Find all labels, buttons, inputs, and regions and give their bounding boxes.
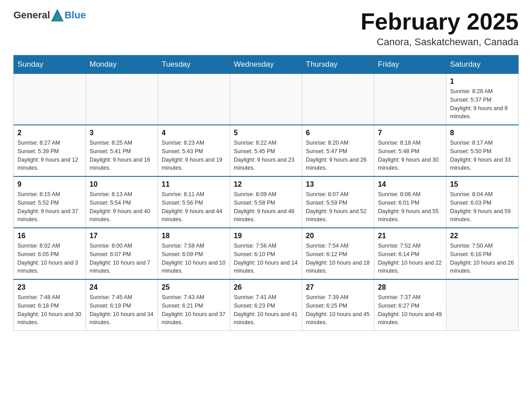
calendar-cell: 18Sunrise: 7:58 AM Sunset: 6:09 PM Dayli… [158,228,230,279]
day-number: 27 [306,283,370,291]
calendar-cell: 22Sunrise: 7:50 AM Sunset: 6:16 PM Dayli… [446,228,519,279]
day-info: Sunrise: 8:18 AM Sunset: 5:48 PM Dayligh… [378,139,442,172]
day-number: 21 [378,232,442,240]
month-title: February 2025 [360,9,519,34]
day-of-week-header: Monday [86,56,158,74]
day-number: 8 [450,129,515,137]
day-info: Sunrise: 8:07 AM Sunset: 5:59 PM Dayligh… [306,190,370,224]
calendar-header-row: SundayMondayTuesdayWednesdayThursdayFrid… [14,56,519,74]
day-info: Sunrise: 7:39 AM Sunset: 6:25 PM Dayligh… [306,293,370,327]
day-number: 28 [378,283,442,291]
day-number: 25 [162,283,226,291]
calendar-cell [230,74,302,125]
day-number: 15 [450,180,515,188]
calendar-cell: 26Sunrise: 7:41 AM Sunset: 6:23 PM Dayli… [230,279,302,331]
calendar-week-row: 9Sunrise: 8:15 AM Sunset: 5:52 PM Daylig… [14,176,519,228]
day-info: Sunrise: 8:20 AM Sunset: 5:47 PM Dayligh… [306,139,370,172]
day-number: 1 [450,77,515,86]
calendar-cell [374,74,446,125]
day-number: 6 [306,129,370,137]
calendar-cell: 17Sunrise: 8:00 AM Sunset: 6:07 PM Dayli… [86,228,158,279]
calendar-cell: 19Sunrise: 7:56 AM Sunset: 6:10 PM Dayli… [230,228,302,279]
day-of-week-header: Sunday [14,56,86,74]
day-number: 4 [162,129,226,137]
calendar-cell: 4Sunrise: 8:23 AM Sunset: 5:43 PM Daylig… [158,125,230,176]
day-number: 18 [162,232,226,240]
day-info: Sunrise: 8:27 AM Sunset: 5:39 PM Dayligh… [17,139,82,172]
day-number: 14 [378,180,442,188]
calendar-cell [446,279,519,331]
calendar-cell: 10Sunrise: 8:13 AM Sunset: 5:54 PM Dayli… [86,176,158,228]
day-number: 11 [162,180,226,188]
day-number: 5 [234,129,298,137]
day-of-week-header: Tuesday [158,56,230,74]
calendar-cell: 13Sunrise: 8:07 AM Sunset: 5:59 PM Dayli… [302,176,374,228]
day-info: Sunrise: 8:06 AM Sunset: 6:01 PM Dayligh… [378,190,442,224]
day-info: Sunrise: 8:22 AM Sunset: 5:45 PM Dayligh… [234,139,298,172]
day-info: Sunrise: 8:09 AM Sunset: 5:58 PM Dayligh… [234,190,298,224]
calendar-week-row: 16Sunrise: 8:02 AM Sunset: 6:05 PM Dayli… [14,228,519,279]
day-number: 17 [90,232,154,240]
calendar-table: SundayMondayTuesdayWednesdayThursdayFrid… [13,55,519,331]
day-info: Sunrise: 8:11 AM Sunset: 5:56 PM Dayligh… [162,190,226,224]
calendar-cell: 27Sunrise: 7:39 AM Sunset: 6:25 PM Dayli… [302,279,374,331]
calendar-cell: 21Sunrise: 7:52 AM Sunset: 6:14 PM Dayli… [374,228,446,279]
calendar-week-row: 2Sunrise: 8:27 AM Sunset: 5:39 PM Daylig… [14,125,519,176]
day-of-week-header: Friday [374,56,446,74]
day-number: 16 [17,232,82,240]
day-info: Sunrise: 8:15 AM Sunset: 5:52 PM Dayligh… [17,190,82,224]
calendar-cell: 8Sunrise: 8:17 AM Sunset: 5:50 PM Daylig… [446,125,519,176]
day-info: Sunrise: 7:41 AM Sunset: 6:23 PM Dayligh… [234,293,298,327]
page-header: General Blue February 2025 Canora, Saska… [13,9,519,48]
day-number: 12 [234,180,298,188]
calendar-cell: 28Sunrise: 7:37 AM Sunset: 6:27 PM Dayli… [374,279,446,331]
day-number: 2 [17,129,82,137]
day-info: Sunrise: 7:48 AM Sunset: 6:18 PM Dayligh… [17,293,82,327]
calendar-cell: 15Sunrise: 8:04 AM Sunset: 6:03 PM Dayli… [446,176,519,228]
day-number: 26 [234,283,298,291]
day-info: Sunrise: 7:54 AM Sunset: 6:12 PM Dayligh… [306,242,370,275]
day-number: 3 [90,129,154,137]
calendar-cell: 16Sunrise: 8:02 AM Sunset: 6:05 PM Dayli… [14,228,86,279]
calendar-cell: 14Sunrise: 8:06 AM Sunset: 6:01 PM Dayli… [374,176,446,228]
day-info: Sunrise: 7:52 AM Sunset: 6:14 PM Dayligh… [378,242,442,275]
day-number: 9 [17,180,82,188]
day-info: Sunrise: 8:17 AM Sunset: 5:50 PM Dayligh… [450,139,515,172]
day-number: 20 [306,232,370,240]
calendar-cell: 12Sunrise: 8:09 AM Sunset: 5:58 PM Dayli… [230,176,302,228]
day-info: Sunrise: 8:23 AM Sunset: 5:43 PM Dayligh… [162,139,226,172]
day-info: Sunrise: 8:25 AM Sunset: 5:41 PM Dayligh… [90,139,154,172]
day-info: Sunrise: 7:43 AM Sunset: 6:21 PM Dayligh… [162,293,226,327]
location-subtitle: Canora, Saskatchewan, Canada [360,36,519,48]
calendar-cell: 2Sunrise: 8:27 AM Sunset: 5:39 PM Daylig… [14,125,86,176]
logo-blue-text: Blue [64,9,86,21]
calendar-cell: 1Sunrise: 8:28 AM Sunset: 5:37 PM Daylig… [446,74,519,125]
calendar-week-row: 23Sunrise: 7:48 AM Sunset: 6:18 PM Dayli… [14,279,519,331]
calendar-week-row: 1Sunrise: 8:28 AM Sunset: 5:37 PM Daylig… [14,74,519,125]
day-info: Sunrise: 8:00 AM Sunset: 6:07 PM Dayligh… [90,242,154,275]
logo: General Blue [13,9,86,21]
day-info: Sunrise: 8:02 AM Sunset: 6:05 PM Dayligh… [17,242,82,275]
day-info: Sunrise: 7:50 AM Sunset: 6:16 PM Dayligh… [450,242,515,275]
day-info: Sunrise: 8:04 AM Sunset: 6:03 PM Dayligh… [450,190,515,224]
day-number: 23 [17,283,82,291]
day-info: Sunrise: 7:37 AM Sunset: 6:27 PM Dayligh… [378,293,442,327]
svg-marker-1 [51,13,64,21]
day-of-week-header: Wednesday [230,56,302,74]
calendar-cell [14,74,86,125]
day-number: 7 [378,129,442,137]
title-block: February 2025 Canora, Saskatchewan, Cana… [360,9,519,48]
day-of-week-header: Thursday [302,56,374,74]
day-info: Sunrise: 7:45 AM Sunset: 6:19 PM Dayligh… [90,293,154,327]
day-of-week-header: Saturday [446,56,519,74]
calendar-cell: 6Sunrise: 8:20 AM Sunset: 5:47 PM Daylig… [302,125,374,176]
calendar-cell: 24Sunrise: 7:45 AM Sunset: 6:19 PM Dayli… [86,279,158,331]
calendar-cell [86,74,158,125]
calendar-cell: 5Sunrise: 8:22 AM Sunset: 5:45 PM Daylig… [230,125,302,176]
day-info: Sunrise: 7:56 AM Sunset: 6:10 PM Dayligh… [234,242,298,275]
logo-icon [51,9,64,21]
calendar-cell: 23Sunrise: 7:48 AM Sunset: 6:18 PM Dayli… [14,279,86,331]
logo-general-text: General [13,9,50,21]
calendar-cell [302,74,374,125]
day-info: Sunrise: 8:28 AM Sunset: 5:37 PM Dayligh… [450,87,515,121]
